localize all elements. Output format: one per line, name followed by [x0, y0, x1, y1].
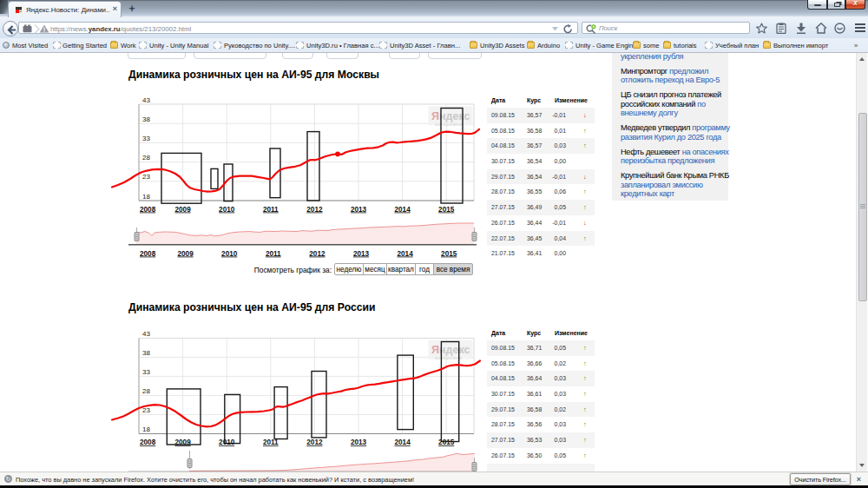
svg-text:2014: 2014	[394, 439, 411, 446]
svg-text:18: 18	[142, 193, 150, 201]
svg-text:2013: 2013	[351, 206, 367, 214]
svg-text:2009: 2009	[177, 250, 194, 258]
svg-text:2010: 2010	[221, 250, 238, 258]
svg-text:2014: 2014	[397, 250, 413, 258]
svg-text:2011: 2011	[263, 439, 279, 446]
svg-text:котировки: котировки	[435, 122, 462, 127]
svg-text:2011: 2011	[263, 206, 279, 214]
svg-text:2010: 2010	[219, 439, 235, 446]
svg-text:котировки: котировки	[435, 355, 462, 360]
svg-text:28: 28	[142, 154, 150, 162]
svg-text:43: 43	[142, 330, 150, 338]
svg-text:Яндекс: Яндекс	[431, 344, 470, 356]
svg-text:2009: 2009	[174, 206, 191, 214]
svg-text:43: 43	[142, 96, 150, 104]
svg-text:2008: 2008	[140, 439, 156, 446]
svg-text:2011: 2011	[266, 250, 281, 258]
svg-text:2012: 2012	[306, 206, 323, 214]
svg-text:23: 23	[142, 173, 150, 181]
svg-text:2015: 2015	[438, 439, 455, 446]
svg-text:2010: 2010	[219, 206, 235, 214]
svg-text:2008: 2008	[140, 206, 156, 214]
svg-text:18: 18	[142, 425, 150, 433]
svg-text:2008: 2008	[140, 250, 156, 258]
svg-text:28: 28	[142, 387, 150, 395]
svg-text:2014: 2014	[394, 206, 411, 214]
svg-text:38: 38	[142, 349, 150, 357]
svg-text:2012: 2012	[309, 250, 326, 258]
svg-text:2012: 2012	[306, 439, 323, 446]
svg-text:2009: 2009	[174, 439, 191, 446]
svg-text:33: 33	[142, 135, 150, 142]
svg-text:2013: 2013	[353, 250, 370, 258]
svg-text:2015: 2015	[441, 250, 457, 258]
svg-text:2013: 2013	[351, 439, 367, 446]
svg-text:33: 33	[142, 368, 150, 376]
svg-text:2015: 2015	[438, 206, 455, 214]
svg-text:Яндекс: Яндекс	[431, 110, 470, 122]
svg-text:38: 38	[142, 115, 150, 123]
